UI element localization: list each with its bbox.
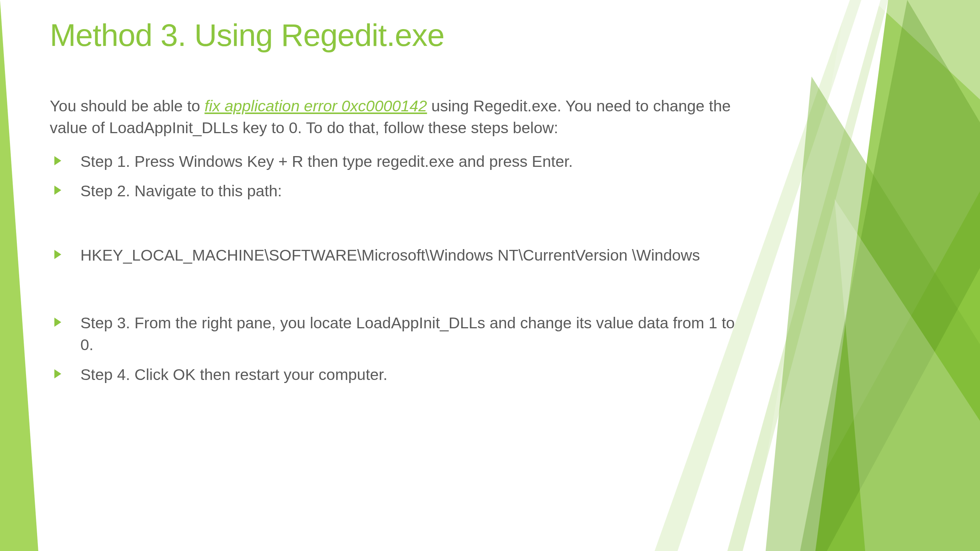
slide: Method 3. Using Regedit.exe You should b… xyxy=(0,0,980,551)
bullet-step1: Step 1. Press Windows Key + R then type … xyxy=(50,151,739,173)
slide-content: Method 3. Using Regedit.exe You should b… xyxy=(50,17,739,386)
bullet-text: Step 2. Navigate to this path: xyxy=(80,182,282,200)
bullet-registry-path: HKEY_LOCAL_MACHINE\SOFTWARE\Microsoft\Wi… xyxy=(50,245,739,266)
bullet-text: Step 1. Press Windows Key + R then type … xyxy=(80,153,573,170)
bullet-icon xyxy=(54,369,61,378)
bullet-icon xyxy=(54,156,61,165)
intro-link[interactable]: fix application error 0xc0000142 xyxy=(204,97,427,115)
svg-marker-5 xyxy=(873,0,980,99)
svg-marker-4 xyxy=(766,77,980,551)
bullet-list: Step 1. Press Windows Key + R then type … xyxy=(50,151,739,386)
intro-paragraph: You should be able to fix application er… xyxy=(50,95,739,139)
svg-marker-6 xyxy=(800,0,980,551)
slide-title: Method 3. Using Regedit.exe xyxy=(50,17,739,53)
intro-text-pre: You should be able to xyxy=(50,97,204,115)
decorative-left-triangle xyxy=(0,0,38,551)
svg-marker-3 xyxy=(750,0,980,551)
svg-marker-0 xyxy=(727,0,888,551)
svg-marker-7 xyxy=(835,199,980,551)
svg-marker-2 xyxy=(815,0,980,551)
bullet-step3: Step 3. From the right pane, you locate … xyxy=(50,312,739,356)
bullet-icon xyxy=(54,250,61,259)
bullet-icon xyxy=(54,318,61,327)
bullet-text: Step 3. From the right pane, you locate … xyxy=(80,314,735,354)
bullet-step2: Step 2. Navigate to this path: xyxy=(50,180,739,202)
bullet-text: HKEY_LOCAL_MACHINE\SOFTWARE\Microsoft\Wi… xyxy=(80,246,700,264)
bullet-text: Step 4. Click OK then restart your compu… xyxy=(80,366,387,383)
bullet-icon xyxy=(54,186,61,195)
bullet-step4: Step 4. Click OK then restart your compu… xyxy=(50,364,739,386)
